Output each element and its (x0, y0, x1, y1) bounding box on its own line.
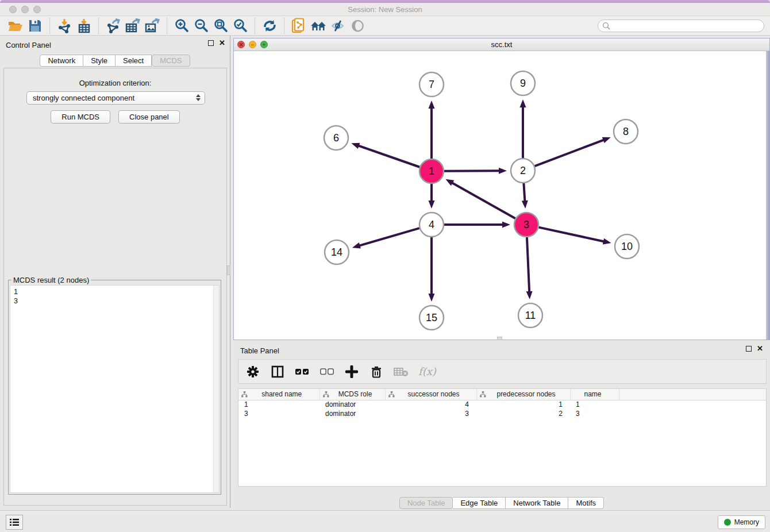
zoom-in-button[interactable] (172, 17, 191, 34)
export-table-button[interactable] (123, 17, 143, 34)
tab-node-table[interactable]: Node Table (399, 497, 453, 509)
table-cell[interactable]: dominator (319, 400, 385, 409)
tab-mcds[interactable]: MCDS (152, 55, 190, 67)
import-table-icon (76, 18, 91, 33)
eye-slash-icon (330, 19, 346, 33)
table-row[interactable]: 1dominator411 (238, 400, 766, 409)
graph-node-label: 14 (331, 246, 342, 258)
network-frame-titlebar[interactable]: ✕ − + scc.txt (234, 38, 769, 51)
column-header-filler (619, 389, 766, 400)
show-details-button[interactable] (348, 17, 367, 34)
search-field[interactable] (598, 20, 764, 32)
mcds-result-area[interactable]: 13 (10, 285, 220, 493)
table-cell[interactable]: 3 (385, 409, 476, 418)
column-header-name[interactable]: name (570, 389, 619, 400)
hide-details-button[interactable] (328, 17, 348, 34)
tab-edge-table[interactable]: Edge Table (453, 497, 506, 509)
column-header-mcds-role[interactable]: MCDS role (319, 389, 385, 400)
graph-node-label: 1 (429, 165, 434, 177)
select-all-rows-button[interactable] (295, 364, 310, 379)
add-column-button[interactable] (344, 364, 359, 379)
zoom-out-button[interactable] (191, 17, 211, 34)
column-header-shared-name[interactable]: shared name (238, 389, 319, 400)
tab-network-table[interactable]: Network Table (506, 497, 568, 509)
graph-edge[interactable] (444, 171, 500, 171)
mcds-result-lines: 13 (14, 287, 18, 306)
memory-button[interactable]: Memory (718, 515, 765, 529)
zoom-selected-icon (233, 18, 248, 33)
import-network-button[interactable] (55, 17, 74, 34)
table-cell[interactable]: 3 (238, 409, 319, 418)
home-networks-button[interactable] (309, 17, 328, 34)
network-from-selection-button[interactable] (289, 17, 309, 34)
table-cell[interactable]: dominator (319, 409, 385, 418)
tab-style[interactable]: Style (83, 55, 116, 67)
table-cell[interactable]: 2 (476, 409, 570, 418)
memory-label: Memory (734, 518, 759, 526)
function-builder-button[interactable]: f(x) (418, 365, 436, 377)
apply-layout-button[interactable] (260, 17, 279, 34)
table-row[interactable]: 3dominator323 (238, 409, 766, 418)
graph-edge[interactable] (527, 237, 529, 293)
import-network-icon (57, 18, 72, 33)
import-table-button[interactable] (74, 17, 94, 34)
window-title: Session: New Session (0, 5, 770, 14)
export-image-button[interactable] (143, 17, 162, 34)
zoom-fit-icon (214, 18, 228, 33)
table-cell[interactable]: 1 (238, 400, 319, 409)
graph-edge[interactable] (358, 228, 419, 246)
zoom-selected-button[interactable] (230, 17, 250, 34)
close-panel-button[interactable]: Close panel (118, 110, 180, 124)
network-graph: 7968124314101511 (234, 51, 769, 340)
graph-edge[interactable] (357, 145, 419, 167)
frame-resize-edge[interactable] (766, 51, 769, 340)
tab-network[interactable]: Network (40, 55, 83, 67)
save-session-button[interactable] (25, 17, 45, 34)
mcds-result-title: MCDS result (2 nodes) (11, 276, 91, 284)
criterion-select[interactable]: strongly connected component (26, 91, 205, 105)
table-cell[interactable]: 1 (570, 400, 619, 409)
node-table: shared name MCDS role successor nodes pr… (238, 388, 767, 487)
open-session-button[interactable] (6, 17, 25, 34)
graph-edge[interactable] (535, 140, 605, 166)
column-header-predecessor-nodes[interactable]: predecessor nodes (476, 389, 570, 400)
close-table-panel-icon[interactable]: ✕ (757, 346, 763, 352)
close-panel-icon[interactable]: ✕ (219, 40, 225, 46)
table-cell[interactable]: 4 (385, 400, 476, 409)
delete-table-icon (394, 367, 409, 377)
graph-node-label: 7 (429, 79, 434, 90)
table-cell[interactable]: 1 (476, 400, 570, 409)
export-table-icon (125, 18, 141, 33)
show-columns-button[interactable] (270, 364, 285, 379)
frame-resize-grabber[interactable] (497, 337, 502, 340)
delete-table-button[interactable] (394, 364, 409, 379)
network-canvas[interactable]: 7968124314101511 (234, 51, 769, 340)
toolbar-separator (98, 18, 99, 34)
column-header-successor-nodes[interactable]: successor nodes (385, 389, 476, 400)
delete-column-button[interactable] (369, 364, 384, 379)
graph-edge[interactable] (523, 183, 525, 202)
table-cell[interactable]: 3 (570, 409, 619, 418)
search-icon (602, 22, 610, 30)
zoom-fit-button[interactable] (211, 17, 230, 34)
control-panel: Control Panel ✕ Network Style Select MCD… (0, 36, 230, 508)
tab-motifs[interactable]: Motifs (568, 497, 604, 509)
graph-edge[interactable] (451, 182, 515, 218)
float-panel-icon[interactable] (208, 40, 214, 46)
result-scrollbar[interactable] (213, 286, 219, 492)
clear-selection-button[interactable] (319, 364, 334, 379)
tab-select[interactable]: Select (116, 55, 152, 67)
float-table-panel-icon[interactable] (746, 346, 752, 352)
toolbar-separator (255, 18, 255, 34)
table-settings-button[interactable] (245, 364, 260, 379)
show-task-history-button[interactable] (6, 515, 23, 530)
graph-node-label: 9 (520, 78, 526, 89)
panel-splitter-handle[interactable] (227, 265, 230, 275)
graph-edge-arrowhead (603, 238, 611, 245)
export-network-button[interactable] (103, 17, 123, 34)
search-input[interactable] (613, 21, 764, 31)
run-mcds-button[interactable]: Run MCDS (51, 110, 110, 124)
graph-edge[interactable] (538, 228, 605, 242)
zoom-out-icon (194, 18, 209, 33)
control-panel-title: Control Panel (6, 41, 51, 49)
